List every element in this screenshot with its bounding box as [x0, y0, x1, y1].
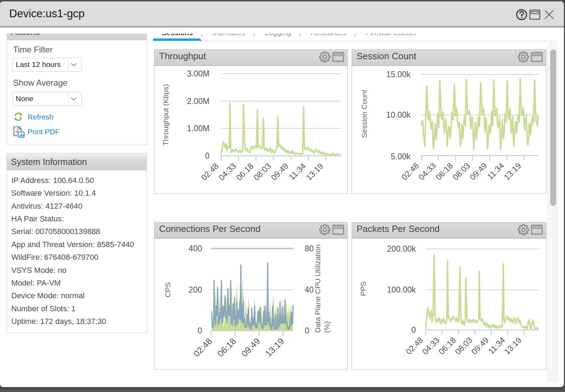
svg-text:09:49: 09:49 — [239, 336, 262, 359]
svg-text:0: 0 — [198, 326, 202, 335]
svg-text:Session Count: Session Count — [360, 90, 368, 138]
svg-text:40: 40 — [305, 285, 314, 294]
svg-text:06:18: 06:18 — [215, 336, 238, 359]
svg-text:08:03: 08:03 — [453, 336, 474, 356]
svg-text:06:18: 06:18 — [234, 161, 255, 182]
svg-text:11:34: 11:34 — [485, 161, 506, 182]
svg-text:02:48: 02:48 — [404, 336, 425, 356]
svg-text:1.00M: 1.00M — [187, 124, 209, 133]
svg-text:0: 0 — [305, 326, 309, 335]
svg-text:0: 0 — [205, 151, 209, 160]
svg-text:04:33: 04:33 — [420, 336, 441, 356]
svg-text:Data Plane CPU Utilization: Data Plane CPU Utilization — [314, 244, 322, 333]
svg-text:11:34: 11:34 — [287, 161, 308, 182]
svg-text:09:49: 09:49 — [468, 161, 489, 182]
svg-text:5.00k: 5.00k — [391, 152, 411, 161]
svg-text:3.00M: 3.00M — [187, 69, 209, 78]
svg-text:200.00k: 200.00k — [387, 244, 416, 253]
svg-text:06:18: 06:18 — [434, 161, 455, 182]
svg-text:02:48: 02:48 — [400, 161, 420, 182]
svg-text:(%): (%) — [323, 321, 331, 333]
svg-text:80: 80 — [305, 244, 314, 253]
svg-text:11:34: 11:34 — [486, 336, 507, 356]
svg-text:200: 200 — [189, 285, 202, 294]
svg-text:2.00M: 2.00M — [187, 97, 209, 106]
svg-text:0: 0 — [411, 325, 416, 335]
svg-text:13:19: 13:19 — [502, 336, 523, 356]
svg-text:Throughput (Kbps): Throughput (Kbps) — [162, 84, 170, 146]
svg-text:PPS: PPS — [359, 281, 367, 296]
svg-text:08:03: 08:03 — [451, 161, 472, 182]
svg-text:10.00k: 10.00k — [386, 110, 411, 120]
svg-text:04:33: 04:33 — [217, 161, 238, 182]
svg-text:02:48: 02:48 — [191, 336, 214, 359]
svg-text:02:48: 02:48 — [199, 161, 220, 182]
svg-text:13:19: 13:19 — [304, 161, 325, 182]
svg-text:09:49: 09:49 — [469, 336, 490, 356]
svg-text:09:49: 09:49 — [269, 161, 290, 182]
svg-text:08:03: 08:03 — [252, 161, 273, 182]
svg-text:15.00k: 15.00k — [386, 70, 411, 79]
svg-text:04:33: 04:33 — [417, 161, 438, 182]
svg-text:06:18: 06:18 — [437, 336, 457, 356]
svg-text:13:19: 13:19 — [502, 161, 523, 182]
svg-text:400: 400 — [189, 244, 202, 253]
svg-text:13:19: 13:19 — [263, 336, 286, 359]
svg-text:100.00k: 100.00k — [387, 285, 416, 294]
svg-text:CPS: CPS — [164, 282, 172, 297]
